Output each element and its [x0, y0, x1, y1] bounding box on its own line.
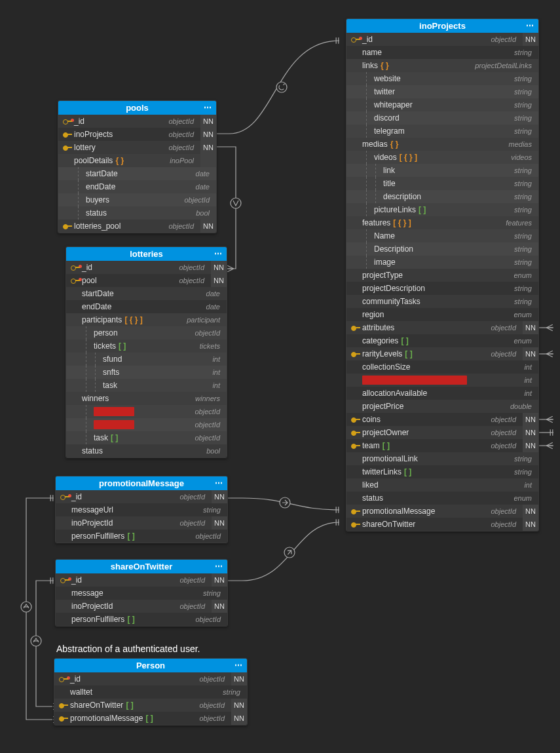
table-header[interactable]: Person ⋯: [54, 659, 247, 672]
column-row[interactable]: _idobjectIdNN: [66, 261, 227, 274]
column-row[interactable]: inoProjectsobjectIdNN: [58, 128, 216, 141]
column-row[interactable]: _idobjectIdNN: [346, 33, 538, 46]
column-row[interactable]: personFulfillers[ ]objectId: [56, 530, 227, 543]
field-name: rarityLevels: [362, 349, 402, 358]
table-header[interactable]: pools ⋯: [58, 101, 216, 115]
column-row[interactable]: promotionalLinkstring: [346, 452, 538, 465]
column-row[interactable]: projectPricedouble: [346, 400, 538, 413]
actions-icon[interactable]: ⋯: [204, 103, 212, 112]
primary-key-icon: [63, 119, 72, 124]
actions-icon[interactable]: ⋯: [526, 21, 534, 30]
table-header[interactable]: inoProjects ⋯: [346, 19, 538, 33]
column-row[interactable]: team[ ]objectIdNN: [346, 439, 538, 452]
column-row[interactable]: poolDetails{ }inoPool: [58, 154, 216, 167]
actions-icon[interactable]: ⋯: [215, 478, 223, 488]
column-row[interactable]: participants[ { } ]participant: [66, 313, 227, 326]
actions-icon[interactable]: ⋯: [215, 562, 223, 571]
column-row[interactable]: shareOnTwitter[ ]objectIdNN: [54, 699, 247, 712]
column-row[interactable]: personobjectId: [66, 326, 227, 339]
table-header[interactable]: shareOnTwitter ⋯: [56, 560, 227, 573]
column-row[interactable]: task[ ]objectId: [66, 431, 227, 444]
column-row[interactable]: videos[ { } ]videos: [346, 151, 538, 164]
column-row[interactable]: telegramstring: [346, 125, 538, 138]
column-row[interactable]: taskint: [66, 379, 227, 392]
column-row[interactable]: discordstring: [346, 111, 538, 125]
column-row[interactable]: endDatedate: [58, 180, 216, 193]
column-row[interactable]: imagestring: [346, 256, 538, 269]
actions-icon[interactable]: ⋯: [214, 249, 223, 258]
column-row[interactable]: pictureLinks[ ]string: [346, 203, 538, 216]
column-row[interactable]: lotteries_poolobjectIdNN: [58, 220, 216, 233]
column-row[interactable]: walltetstring: [54, 685, 247, 699]
column-row[interactable]: int: [346, 374, 538, 387]
table-promotionalMessage[interactable]: promotionalMessage ⋯ _idobjectIdNNmessag…: [55, 476, 228, 543]
field-type: string: [411, 468, 536, 476]
field-name: projectDescription: [362, 284, 425, 293]
column-row[interactable]: links{ }projectDetailLinks: [346, 59, 538, 72]
column-row[interactable]: _idobjectIdNN: [56, 573, 227, 587]
column-row[interactable]: websitestring: [346, 72, 538, 85]
table-shareOnTwitter[interactable]: shareOnTwitter ⋯ _idobjectIdNNmessagestr…: [55, 559, 228, 627]
foreign-key-icon: [59, 703, 68, 708]
column-row[interactable]: likedint: [346, 478, 538, 492]
column-row[interactable]: snftsint: [66, 366, 227, 379]
column-row[interactable]: endDatedate: [66, 300, 227, 313]
column-row[interactable]: rarityLevels[ ]objectIdNN: [346, 347, 538, 360]
column-row[interactable]: objectId: [66, 418, 227, 431]
column-row[interactable]: promotionalMessage[ ]objectIdNN: [54, 712, 247, 725]
column-row[interactable]: projectDescriptionstring: [346, 282, 538, 295]
column-row[interactable]: buyersobjectId: [58, 193, 216, 206]
column-row[interactable]: categories[ ]enum: [346, 334, 538, 347]
column-row[interactable]: inoProjectIdobjectIdNN: [56, 516, 227, 530]
field-name: pool: [82, 276, 97, 285]
column-row[interactable]: Descriptionstring: [346, 242, 538, 256]
column-row[interactable]: medias{ }medias: [346, 138, 538, 151]
column-row[interactable]: linkstring: [346, 164, 538, 177]
column-row[interactable]: statusbool: [66, 444, 227, 457]
column-row[interactable]: allocationAvailableint: [346, 387, 538, 400]
table-header[interactable]: lotteries ⋯: [66, 247, 227, 261]
column-row[interactable]: startDatedate: [58, 167, 216, 180]
column-row[interactable]: winnerswinners: [66, 392, 227, 405]
table-inoProjects[interactable]: inoProjects ⋯ _idobjectIdNNnamestringlin…: [346, 18, 539, 531]
column-row[interactable]: communityTasksstring: [346, 295, 538, 308]
column-row[interactable]: _idobjectIdNN: [56, 490, 227, 503]
column-row[interactable]: Namestring: [346, 229, 538, 242]
table-lotteries[interactable]: lotteries ⋯ _idobjectIdNNpoolobjectIdNNs…: [65, 246, 227, 458]
column-row[interactable]: projectTypeenum: [346, 269, 538, 282]
field-name: _id: [70, 674, 81, 684]
column-row[interactable]: lotteryobjectIdNN: [58, 141, 216, 154]
column-row[interactable]: twitterstring: [346, 85, 538, 98]
column-row[interactable]: collectionSizeint: [346, 360, 538, 374]
column-row[interactable]: promotionalMessageobjectIdNN: [346, 505, 538, 518]
column-row[interactable]: statusbool: [58, 206, 216, 220]
column-row[interactable]: personFulfillers[ ]objectId: [56, 613, 227, 626]
actions-icon[interactable]: ⋯: [234, 661, 243, 670]
column-row[interactable]: titlestring: [346, 177, 538, 190]
column-row[interactable]: inoProjectIdobjectIdNN: [56, 600, 227, 613]
column-row[interactable]: tickets[ ]tickets: [66, 339, 227, 353]
column-row[interactable]: messagestring: [56, 587, 227, 600]
column-row[interactable]: namestring: [346, 46, 538, 59]
table-Person[interactable]: Person ⋯ _idobjectIdNNwalltetstringshare…: [54, 658, 248, 725]
column-row[interactable]: startDatedate: [66, 287, 227, 300]
field-type: objectId: [153, 714, 229, 722]
column-row[interactable]: shareOnTwitterobjectIdNN: [346, 518, 538, 531]
column-row[interactable]: twitterLinks[ ]string: [346, 465, 538, 478]
column-row[interactable]: objectId: [66, 405, 227, 418]
column-row[interactable]: poolobjectIdNN: [66, 274, 227, 287]
column-row[interactable]: coinsobjectIdNN: [346, 413, 538, 426]
column-row[interactable]: regionenum: [346, 308, 538, 321]
column-row[interactable]: descriptionstring: [346, 190, 538, 203]
column-row[interactable]: _idobjectIdNN: [58, 115, 216, 128]
column-row[interactable]: statusenum: [346, 492, 538, 505]
column-row[interactable]: whitepaperstring: [346, 98, 538, 111]
column-row[interactable]: projectOwnerobjectIdNN: [346, 426, 538, 439]
column-row[interactable]: _idobjectIdNN: [54, 672, 247, 685]
table-header[interactable]: promotionalMessage ⋯: [56, 476, 227, 490]
column-row[interactable]: features[ { } ]features: [346, 216, 538, 229]
column-row[interactable]: attributesobjectIdNN: [346, 321, 538, 334]
column-row[interactable]: messageUrlstring: [56, 503, 227, 516]
column-row[interactable]: sfundint: [66, 353, 227, 366]
table-pools[interactable]: pools ⋯ _idobjectIdNNinoProjectsobjectId…: [58, 100, 217, 233]
